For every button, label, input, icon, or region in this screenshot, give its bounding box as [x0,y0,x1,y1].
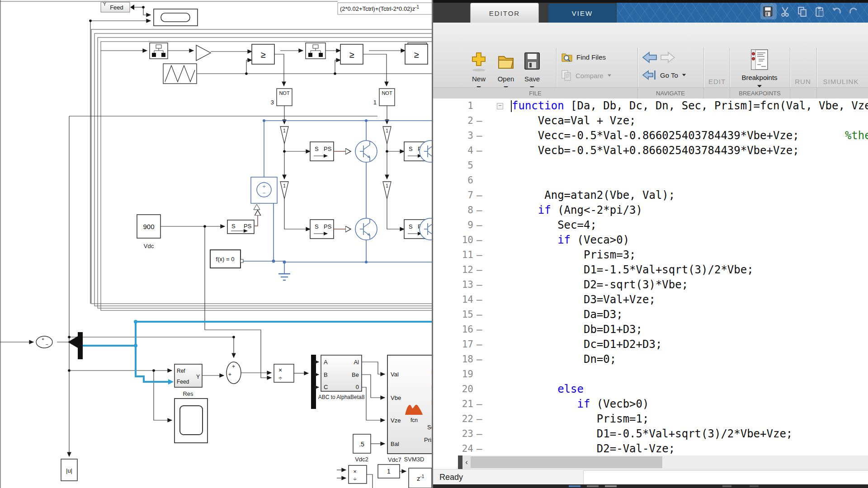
breakpoints-button[interactable]: Breakpoints [733,49,786,89]
scroll-left-icon[interactable]: ‹ [462,455,471,469]
fcn-block[interactable]: Val Vbe Vze Bal D D D Se Pris fcn [387,355,433,454]
code-line[interactable]: 13– D2=-sqrt(3)*Vbe; [433,277,868,292]
pulse-block[interactable] [150,43,168,59]
gte-block[interactable]: ≥ [405,44,428,64]
line-dash: – [476,218,482,233]
code-line[interactable]: 16– Db=D1+D3; [433,322,868,337]
gte-block[interactable]: ≥ [252,44,274,64]
taskbar-edge [433,484,868,488]
code-line[interactable]: 23– D1=-0.5*Val+sqrt(3)/2*Vbe+Vze; [433,427,868,441]
redo-icon[interactable] [848,6,859,17]
sum-block[interactable]: + + [226,362,241,384]
paste-icon[interactable] [814,6,825,17]
unit-delay-block[interactable]: z-1 [409,468,432,488]
compare-caret-icon[interactable] [608,75,611,77]
code-line[interactable]: 12– D1=-1.5*Val+sqrt(3)/2*Vbe; [433,263,868,277]
code-text: if (Vecb>0) [512,397,649,412]
abs-block[interactable]: |u| [61,459,77,481]
copy-icon[interactable] [797,6,808,17]
code-line[interactable]: 9– Sec=4; [433,218,868,233]
code-line[interactable]: 10– if (Veca>0) [433,233,868,248]
gain-one-label: 1 [283,183,286,188]
section-blank [790,88,817,99]
not-block[interactable]: NOT [379,89,395,106]
gain-one-block[interactable]: 1 [280,182,288,199]
sps-s: S [315,145,319,152]
sum-small-block[interactable]: + − [36,336,52,348]
solver-block[interactable]: f(x) = 0 [210,250,243,268]
go-to-button[interactable]: Go To [642,69,686,81]
gain-one-block[interactable]: 1 [383,127,391,144]
code-line[interactable]: 8– if (Ang<-2*pi/3) [433,203,868,218]
divide-block[interactable]: × ÷ [274,364,294,382]
code-line[interactable]: 22– Prism=1; [433,412,868,427]
sps-block[interactable]: S PS [310,220,334,239]
code-line[interactable]: 7– Ang=atan2(Vbe, Val); [433,188,868,203]
code-line[interactable]: 14– D3=Val+Vze; [433,292,868,307]
abc-c-port: C [324,384,328,390]
code-line[interactable]: 2– Veca=Val + Vze; [433,113,868,128]
mux-bar[interactable] [311,355,316,409]
code-line[interactable]: 18– Dn=0; [433,352,868,367]
code-line[interactable]: 15– Da=D3; [433,307,868,322]
code-line[interactable]: 5 [433,158,868,173]
forward-icon[interactable] [660,51,675,64]
simulink-canvas[interactable]: Y Feed (2*0.02+Tctrl)+(Tctrl-2*0.02)z-1 [0,0,433,488]
save-icon[interactable] [762,6,774,17]
sps-block[interactable]: S PS [227,220,254,234]
tab-editor[interactable]: EDITOR [470,3,539,23]
triangle-wave-block[interactable] [163,64,197,84]
gain-one-block[interactable]: 1 [280,127,288,144]
find-files-button[interactable]: Find Files [561,51,606,63]
find-files-icon [561,51,573,63]
from-feed-block[interactable]: Y Feed [101,2,134,12]
code-line[interactable]: 19 [433,367,868,382]
line-number: 8 [433,203,473,218]
divide-block-2[interactable]: × ÷ [349,465,367,483]
code-line[interactable]: 11– Prism=3; [433,248,868,263]
selector-bar[interactable] [78,332,83,359]
abc-out-wires [362,362,385,420]
go-to-caret-icon[interactable] [682,74,686,76]
tab-view[interactable]: VIEW [548,4,616,23]
svg-text:(2*0.02+Tctrl)+(Tctrl-2*0.02)z: (2*0.02+Tctrl)+(Tctrl-2*0.02)z-1 [340,5,420,12]
screen: Y Feed (2*0.02+Tctrl)+(Tctrl-2*0.02)z-1 [0,0,868,488]
code-line[interactable]: 24– D2=-Val-Vze; [433,441,868,455]
gte-block[interactable]: ≥ [340,44,363,64]
code-line[interactable]: 1−function [Da, Db, Dc, Dn, Sec, Prism]=… [433,99,868,113]
undo-icon[interactable] [831,6,842,17]
code-line[interactable]: 6 [433,173,868,188]
code-line[interactable]: 3– Vecc=-0.5*Val-0.866025403784439*Vbe+V… [433,128,868,143]
simulink-label: SIMULINK [818,78,863,85]
vdc2-constant-block[interactable]: .5 [353,434,371,453]
code-text: function [Da, Db, Dc, Dn, Sec, Prism]=fc… [512,99,868,113]
vdc-constant-block[interactable]: 900 [137,215,160,238]
run-label: RUN [791,78,815,85]
back-icon[interactable] [642,51,657,64]
cut-icon[interactable] [779,6,791,17]
code-line[interactable]: 20 else [433,382,868,397]
sps-block[interactable]: S PS [310,142,334,161]
status-text: Ready [439,473,463,482]
vdc7-value: 1 [387,468,391,475]
gain-one-block[interactable]: 1 [383,182,391,199]
code-lines[interactable]: 1−function [Da, Db, Dc, Dn, Sec, Prism]=… [433,99,868,455]
display-block[interactable] [154,9,198,26]
line-dash: – [476,263,482,277]
scope-block[interactable] [175,399,208,443]
code-line[interactable]: 17– Dc=D1+D2+D3; [433,337,868,352]
gain-block[interactable] [196,45,211,61]
code-line[interactable]: 4– Vecb=-0.5*Val+0.866025403784439*Vbe+V… [433,143,868,158]
vdc7-constant-block[interactable]: 1 [378,465,400,478]
scrollbar-thumb[interactable] [471,456,662,468]
pulse-block[interactable] [306,43,326,59]
fold-toggle-icon[interactable]: − [497,103,503,109]
igbt-block[interactable] [355,141,433,240]
code-line[interactable]: 21– if (Vecb>0) [433,397,868,412]
abc-alphabeta-block[interactable]: A B C Al Be 0 [321,355,362,391]
not-block[interactable]: NOT [277,89,292,106]
res-subsystem-block[interactable]: Ref Feed Y [175,364,202,387]
compare-button[interactable]: Compare [561,69,612,82]
horizontal-scrollbar[interactable]: ‹ [458,455,868,469]
code-text: D2=-sqrt(3)*Vbe; [512,277,688,292]
